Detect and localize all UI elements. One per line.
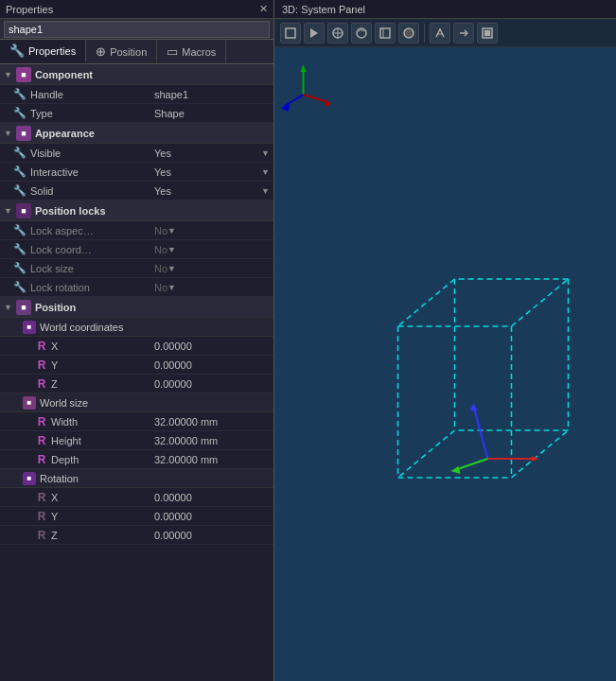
section-poslocks-header[interactable]: ▼ ■ Position locks <box>0 201 273 221</box>
rot-x-r-icon: R <box>34 490 49 505</box>
prop-row-ws-width: R Width 32.00000 mm <box>0 412 273 431</box>
tab-properties[interactable]: 🔧 Properties <box>0 40 86 63</box>
prop-row-lockrotation: 🔧 Lock rotation No ▼ <box>0 278 273 297</box>
viewport-canvas[interactable] <box>274 47 616 681</box>
locksize-value[interactable]: No ▼ <box>150 263 273 274</box>
wc-x-label: X <box>49 340 150 352</box>
lockaspec-value[interactable]: No ▼ <box>150 225 273 236</box>
ws-depth-label: Depth <box>49 454 150 465</box>
position-tab-label: Position <box>110 46 147 58</box>
rot-y-value[interactable]: 0.00000 <box>150 511 273 522</box>
vp-btn-6[interactable] <box>398 23 419 44</box>
section-position-header[interactable]: ▼ ■ Position <box>0 297 273 318</box>
wc-z-value[interactable]: 0.00000 <box>150 378 273 390</box>
worldcoords-label: World coordinates <box>40 322 123 333</box>
prop-row-visible: 🔧 Visible Yes ▼ <box>0 144 273 163</box>
wc-x-value[interactable]: 0.00000 <box>150 340 273 352</box>
svg-rect-15 <box>275 47 616 681</box>
position-tab-icon: ⊕ <box>96 44 106 59</box>
ws-depth-value[interactable]: 32.00000 mm <box>150 454 273 465</box>
vp-btn-1[interactable] <box>280 23 301 44</box>
subsection-rotation[interactable]: ■ Rotation <box>0 469 273 488</box>
right-panel-title: 3D: System Panel <box>274 0 616 18</box>
handle-wrench-icon: 🔧 <box>13 88 28 100</box>
type-value: Shape <box>150 108 273 119</box>
rotation-icon: ■ <box>23 472 36 485</box>
rot-x-value[interactable]: 0.00000 <box>150 492 273 503</box>
appearance-section-icon: ■ <box>16 126 31 141</box>
poslocks-collapse-icon: ▼ <box>4 206 12 216</box>
svg-marker-1 <box>310 28 318 38</box>
lockrotation-label: Lock rotation <box>28 282 150 293</box>
wc-z-r-icon: R <box>34 376 49 392</box>
type-wrench-icon: 🔧 <box>13 107 28 119</box>
prop-row-rot-y: R Y 0.00000 <box>0 507 273 526</box>
interactive-dropdown-icon: ▼ <box>261 167 270 177</box>
lockrotation-dropdown-icon: ▼ <box>167 283 176 292</box>
solid-wrench-icon: 🔧 <box>13 184 28 197</box>
ws-height-r-icon: R <box>34 433 49 448</box>
prop-row-lockaspec: 🔧 Lock aspec… No ▼ <box>0 221 273 240</box>
handle-value[interactable]: shape1 <box>150 89 273 100</box>
interactive-value[interactable]: Yes ▼ <box>150 166 273 178</box>
prop-row-rot-z: R Z 0.00000 <box>0 526 273 545</box>
worldsize-label: World size <box>40 397 88 409</box>
tab-macros[interactable]: ▭ Macros <box>157 40 226 63</box>
svg-point-8 <box>404 28 414 38</box>
vp-btn-2[interactable] <box>304 23 325 44</box>
section-appearance-header[interactable]: ▼ ■ Appearance <box>0 123 273 144</box>
vp-btn-7[interactable] <box>430 23 450 44</box>
locksize-dropdown-icon: ▼ <box>167 264 176 273</box>
interactive-label: Interactive <box>28 166 150 178</box>
rot-y-r-icon: R <box>34 509 49 524</box>
subsection-worldcoords[interactable]: ■ World coordinates <box>0 318 273 337</box>
vp-btn-3[interactable] <box>327 23 348 44</box>
ws-width-value[interactable]: 32.00000 mm <box>150 416 273 428</box>
lockaspec-wrench-icon: 🔧 <box>13 224 28 236</box>
lockrotation-wrench-icon: 🔧 <box>13 281 28 293</box>
poslocks-section-icon: ■ <box>16 203 31 218</box>
solid-value[interactable]: Yes ▼ <box>150 185 273 197</box>
close-icon[interactable]: ✕ <box>259 3 268 15</box>
wc-y-label: Y <box>49 359 150 371</box>
rotation-label: Rotation <box>40 473 79 484</box>
rot-z-label: Z <box>49 530 150 541</box>
position-section-icon: ■ <box>16 300 31 315</box>
type-label: Type <box>28 108 150 119</box>
visible-wrench-icon: 🔧 <box>13 147 28 159</box>
shape-name-input[interactable] <box>4 21 270 38</box>
svg-rect-0 <box>286 28 295 38</box>
lockcoord-value[interactable]: No ▼ <box>150 244 273 255</box>
tab-position[interactable]: ⊕ Position <box>86 40 157 63</box>
subsection-worldsize[interactable]: ■ World size <box>0 393 273 412</box>
ws-height-value[interactable]: 32.00000 mm <box>150 435 273 446</box>
lockrotation-value[interactable]: No ▼ <box>150 282 273 293</box>
section-component-header[interactable]: ▼ ■ Component <box>0 64 273 85</box>
lockcoord-label: Lock coord… <box>28 244 150 255</box>
viewport-panel <box>274 19 616 681</box>
right-title-text: 3D: System Panel <box>282 4 365 15</box>
wc-y-value[interactable]: 0.00000 <box>150 359 273 371</box>
rot-z-value[interactable]: 0.00000 <box>150 530 273 541</box>
appearance-section-label: Appearance <box>35 128 95 139</box>
component-section-label: Component <box>35 69 93 80</box>
prop-row-interactive: 🔧 Interactive Yes ▼ <box>0 163 273 182</box>
ws-height-label: Height <box>49 435 150 446</box>
vp-btn-5[interactable] <box>375 23 396 44</box>
prop-row-wc-x: R X 0.00000 <box>0 337 273 356</box>
prop-row-ws-depth: R Depth 32.00000 mm <box>0 450 273 469</box>
visible-label: Visible <box>28 148 150 159</box>
vp-btn-9[interactable] <box>477 23 498 44</box>
prop-row-wc-y: R Y 0.00000 <box>0 356 273 375</box>
properties-tab-label: Properties <box>28 45 76 57</box>
viewport-toolbar <box>274 19 616 47</box>
prop-row-locksize: 🔧 Lock size No ▼ <box>0 259 273 278</box>
visible-dropdown-icon: ▼ <box>261 148 270 158</box>
component-collapse-icon: ▼ <box>4 70 12 79</box>
vp-btn-8[interactable] <box>453 23 474 44</box>
visible-value[interactable]: Yes ▼ <box>150 148 273 159</box>
prop-row-lockcoord: 🔧 Lock coord… No ▼ <box>0 240 273 259</box>
rot-z-r-icon: R <box>34 528 49 543</box>
vp-btn-4[interactable] <box>351 23 372 44</box>
macros-tab-icon: ▭ <box>167 44 178 59</box>
